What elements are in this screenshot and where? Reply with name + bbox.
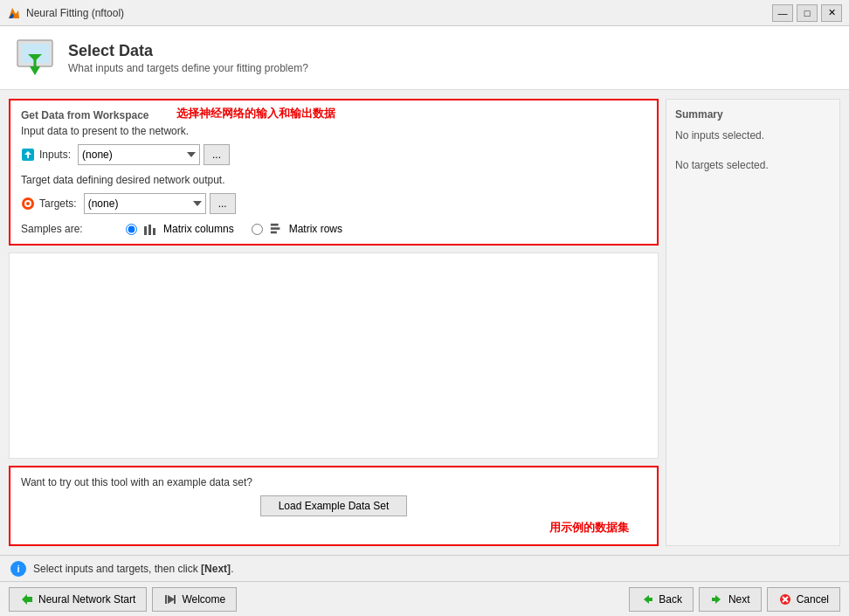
targets-row: Targets: (none) ...: [21, 193, 646, 214]
matrix-rows-radio-label[interactable]: Matrix rows: [252, 223, 342, 235]
close-button[interactable]: ✕: [821, 4, 842, 22]
app-icon: [7, 6, 21, 20]
neural-start-icon: [20, 592, 34, 606]
back-button[interactable]: Back: [629, 587, 694, 612]
status-icon: i: [10, 561, 26, 577]
cancel-label: Cancel: [797, 593, 829, 606]
inputs-row: Inputs: (none) ...: [21, 144, 646, 165]
inputs-icon: [21, 148, 35, 162]
example-red-label: 用示例的数据集: [549, 520, 629, 536]
example-center: Load Example Data Set 用示例的数据集: [21, 495, 646, 536]
window-title: Neural Fitting (nftool): [26, 7, 772, 19]
inputs-browse-button[interactable]: ...: [204, 144, 230, 165]
inputs-controls: (none) ...: [78, 144, 230, 165]
next-icon: [710, 592, 724, 606]
targets-subtitle: Target data defining desired network out…: [21, 174, 646, 186]
svg-rect-23: [649, 598, 652, 601]
svg-rect-24: [712, 598, 715, 601]
svg-marker-4: [30, 66, 40, 75]
matrix-columns-radio-label[interactable]: Matrix columns: [126, 223, 234, 235]
example-section: Want to try out this tool with an exampl…: [9, 466, 659, 546]
svg-rect-16: [271, 227, 280, 230]
page-title: Select Data: [68, 42, 308, 60]
svg-rect-19: [165, 595, 167, 604]
load-example-button[interactable]: Load Example Data Set: [260, 495, 408, 516]
left-panel: Get Data from Workspace 选择神经网络的输入和输出数据 I…: [9, 99, 659, 546]
svg-rect-15: [271, 224, 279, 226]
matrix-rows-icon: [269, 223, 283, 235]
no-targets-text: No targets selected.: [675, 159, 831, 171]
svg-point-11: [26, 202, 30, 205]
welcome-icon: [163, 592, 177, 606]
select-data-icon: [14, 37, 56, 79]
samples-label: Samples are:: [21, 223, 91, 235]
matrix-rows-radio[interactable]: [252, 224, 263, 235]
cancel-button[interactable]: Cancel: [767, 587, 840, 612]
back-icon: [640, 592, 654, 606]
bottom-toolbar: Neural Network Start Welcome Back Next: [0, 581, 849, 616]
svg-marker-20: [168, 595, 175, 604]
window-controls: — □ ✕: [772, 4, 842, 22]
inputs-dropdown[interactable]: (none): [78, 144, 200, 165]
status-bar: i Select inputs and targets, then click …: [0, 555, 849, 581]
svg-rect-12: [144, 226, 147, 235]
inputs-label: Inputs:: [39, 149, 71, 161]
svg-marker-22: [644, 595, 649, 604]
header: Select Data What inputs and targets defi…: [0, 26, 849, 90]
samples-row: Samples are: Matrix columns: [21, 223, 646, 235]
header-text: Select Data What inputs and targets defi…: [68, 42, 308, 74]
radio-group: Matrix columns Matrix rows: [126, 223, 342, 235]
welcome-button[interactable]: Welcome: [152, 587, 237, 612]
targets-label: Targets:: [39, 197, 77, 210]
back-label: Back: [659, 593, 682, 606]
next-button[interactable]: Next: [699, 587, 762, 612]
targets-icon: [21, 197, 35, 211]
cancel-icon: [778, 592, 792, 606]
svg-marker-18: [22, 594, 32, 605]
summary-panel: Summary No inputs selected. No targets s…: [666, 99, 840, 546]
example-description: Want to try out this tool with an exampl…: [21, 476, 646, 488]
next-label: Next: [728, 593, 750, 606]
maximize-button[interactable]: □: [797, 4, 818, 22]
section-title: Get Data from Workspace: [21, 109, 646, 121]
targets-browse-button[interactable]: ...: [210, 193, 236, 214]
title-bar: Neural Fitting (nftool) — □ ✕: [0, 0, 849, 26]
matrix-columns-icon: [143, 223, 157, 235]
page-subtitle: What inputs and targets define your fitt…: [68, 62, 308, 74]
matrix-columns-label: Matrix columns: [163, 223, 234, 235]
svg-rect-21: [174, 595, 176, 604]
content-area: Get Data from Workspace 选择神经网络的输入和输出数据 I…: [0, 90, 849, 555]
neural-start-label: Neural Network Start: [38, 593, 135, 606]
matrix-columns-radio[interactable]: [126, 224, 137, 235]
neural-network-start-button[interactable]: Neural Network Start: [9, 587, 147, 612]
svg-rect-17: [271, 232, 277, 234]
summary-title: Summary: [675, 108, 831, 121]
middle-area: [9, 253, 659, 459]
svg-rect-14: [153, 228, 155, 235]
svg-marker-25: [715, 595, 721, 604]
status-text: Select inputs and targets, then click [N…: [33, 563, 233, 575]
inputs-subtitle: Input data to present to the network.: [21, 125, 646, 137]
targets-dropdown[interactable]: (none): [84, 193, 206, 214]
no-inputs-text: No inputs selected.: [675, 129, 831, 142]
minimize-button[interactable]: —: [772, 4, 793, 22]
welcome-label: Welcome: [182, 593, 225, 606]
data-section: Get Data from Workspace 选择神经网络的输入和输出数据 I…: [9, 99, 659, 246]
matrix-rows-label: Matrix rows: [289, 223, 342, 235]
svg-rect-13: [148, 225, 151, 235]
targets-controls: (none) ...: [84, 193, 236, 214]
